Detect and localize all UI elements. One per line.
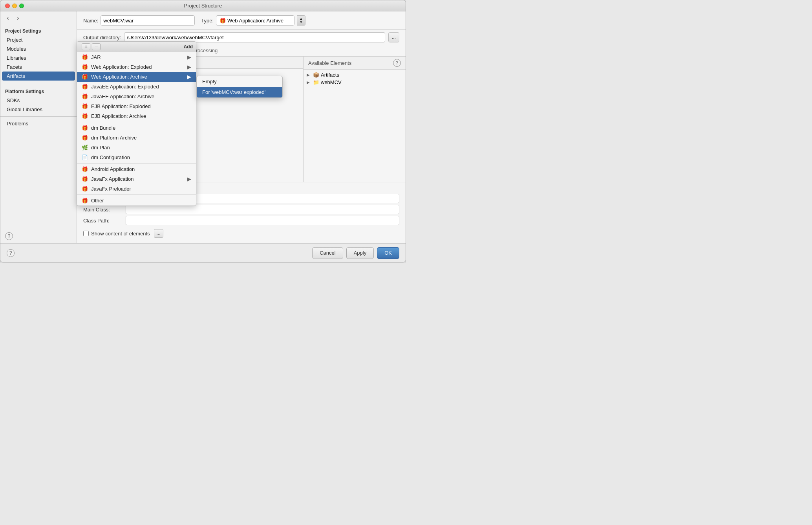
available-panel: Available Elements ? ▶ 📦 Artifacts ▶ 📁 w… <box>304 57 406 182</box>
maximize-button[interactable] <box>19 4 24 8</box>
dm-platform-icon: 🎁 <box>82 135 88 141</box>
show-content-row: Show content of elements ... <box>83 227 399 240</box>
type-selector-button[interactable]: ▲ ▼ <box>297 15 305 26</box>
dm-bundle-icon: 🎁 <box>82 125 88 131</box>
dropdown-item-jar[interactable]: 🎁 JAR ▶ <box>77 52 196 62</box>
sidebar-item-libraries[interactable]: Libraries <box>2 53 75 62</box>
javafx-preloader-icon: 🎁 <box>82 186 88 192</box>
sidebar-bottom: ? <box>0 229 77 243</box>
name-field-row: Name: <box>83 15 195 26</box>
apply-button[interactable]: Apply <box>346 247 374 259</box>
sub-popup-item-empty[interactable]: Empty <box>197 76 282 87</box>
web-archive-icon: 🎁 <box>82 74 88 80</box>
javaee-archive-icon: 🎁 <box>82 94 88 99</box>
artifact-header: Name: Type: 🎁 Web Application: Archive ▲… <box>77 11 406 30</box>
sidebar-item-sdks[interactable]: SDKs <box>2 96 75 105</box>
available-item-artifacts[interactable]: ▶ 📦 Artifacts <box>304 71 406 79</box>
sidebar: ‹ › Project Settings Project Modules Lib… <box>0 11 77 243</box>
sidebar-item-project[interactable]: Project <box>2 35 75 44</box>
dropdown-item-javaee-archive[interactable]: 🎁 JavaEE Application: Archive <box>77 92 196 101</box>
javaee-exploded-icon: 🎁 <box>82 84 88 90</box>
sidebar-nav: ‹ › <box>0 11 77 25</box>
close-button[interactable] <box>5 4 10 8</box>
dropdown-item-dm-bundle[interactable]: 🎁 dm Bundle <box>77 123 196 133</box>
sidebar-item-artifacts[interactable]: Artifacts <box>2 72 75 81</box>
dropdown-item-dm-platform[interactable]: 🎁 dm Platform Archive <box>77 133 196 143</box>
folder-icon: 📁 <box>313 79 319 85</box>
dropdown-item-label: JAR <box>91 54 101 60</box>
dropdown-item-javaee-exploded[interactable]: 🎁 JavaEE Application: Exploded <box>77 82 196 92</box>
show-content-ellipsis-btn[interactable]: ... <box>154 229 163 238</box>
output-dir-label: Output directory: <box>83 35 121 40</box>
name-input[interactable] <box>101 15 195 26</box>
dropdown-item-ejb-exploded[interactable]: 🎁 EJB Application: Exploded <box>77 101 196 111</box>
sidebar-item-global-libraries[interactable]: Global Libraries <box>2 105 75 114</box>
class-path-input[interactable] <box>126 216 399 225</box>
dropdown-item-label: JavaEE Application: Exploded <box>91 84 159 90</box>
dropdown-item-label: JavaFx Application <box>91 176 134 182</box>
dropdown-remove-btn[interactable]: − <box>92 43 101 50</box>
dropdown-item-javafx-preloader[interactable]: 🎁 JavaFx Preloader <box>77 184 196 194</box>
window-body: ‹ › Project Settings Project Modules Lib… <box>0 11 406 243</box>
other-icon: 🎁 <box>82 198 88 204</box>
show-content-checkbox[interactable] <box>83 231 89 236</box>
available-header: Available Elements ? <box>304 57 406 70</box>
sidebar-item-problems[interactable]: Problems <box>2 119 75 128</box>
project-settings-label: Project Settings <box>0 25 77 35</box>
dropdown-item-android[interactable]: 🎁 Android Application <box>77 164 196 174</box>
dropdown-item-label: Web Application: Exploded <box>91 64 152 70</box>
dropdown-item-web-exploded[interactable]: 🎁 Web Application: Exploded ▶ <box>77 62 196 72</box>
arrow-icon: ▶ <box>187 54 191 60</box>
available-elements-title: Available Elements <box>308 60 351 66</box>
dropdown-item-web-archive[interactable]: 🎁 Web Application: Archive ▶ <box>77 72 196 82</box>
available-item-label: webMCV <box>321 79 342 85</box>
bottom-left: ? <box>7 249 309 257</box>
type-label: Type: <box>201 18 214 24</box>
dropdown-item-label: dm Configuration <box>91 154 130 160</box>
type-field-row: Type: 🎁 Web Application: Archive ▲ ▼ <box>201 15 305 26</box>
dropdown-item-other[interactable]: 🎁 Other <box>77 196 196 206</box>
dropdown-header-btns: + − <box>82 43 101 50</box>
main-class-input[interactable] <box>126 205 399 214</box>
dropdown-item-label: EJB Application: Exploded <box>91 103 151 109</box>
minimize-button[interactable] <box>12 4 17 8</box>
type-display: 🎁 Web Application: Archive <box>216 15 294 26</box>
dropdown-item-dm-plan[interactable]: 🌿 dm Plan <box>77 143 196 152</box>
dropdown-item-label: JavaEE Application: Archive <box>91 94 154 99</box>
web-exploded-icon: 🎁 <box>82 64 88 70</box>
dropdown-header-title: Add <box>184 44 193 50</box>
add-dropdown-menu: + − Add 🎁 JAR ▶ 🎁 Web Application: Explo… <box>77 41 196 206</box>
class-path-row: Class Path: <box>83 216 399 225</box>
sidebar-item-facets[interactable]: Facets <box>2 62 75 72</box>
dropdown-item-label: EJB Application: Archive <box>91 113 146 119</box>
browse-button[interactable]: ... <box>388 32 399 42</box>
dropdown-item-label: dm Bundle <box>91 125 115 131</box>
dropdown-item-javafx-app[interactable]: 🎁 JavaFx Application ▶ <box>77 174 196 184</box>
help-button[interactable]: ? <box>5 232 13 240</box>
forward-button[interactable]: › <box>14 14 22 22</box>
arrow-icon: ▶ <box>187 176 191 182</box>
sub-popup-item-for-exploded[interactable]: For 'webMCV:war exploded' <box>197 87 282 97</box>
class-path-label: Class Path: <box>83 218 123 224</box>
name-label: Name: <box>83 18 98 24</box>
dropdown-add-btn[interactable]: + <box>82 43 90 50</box>
back-button[interactable]: ‹ <box>4 14 12 22</box>
ok-button[interactable]: OK <box>377 247 399 259</box>
bottom-bar: ? Cancel Apply OK <box>0 243 406 262</box>
dropdown-item-label: dm Platform Archive <box>91 135 137 141</box>
window-title: Project Structure <box>184 3 222 9</box>
dropdown-item-label: Android Application <box>91 166 135 172</box>
ejb-archive-icon: 🎁 <box>82 113 88 119</box>
dropdown-item-label: Other <box>91 198 104 204</box>
available-item-label: Artifacts <box>321 72 339 78</box>
cancel-button[interactable]: Cancel <box>312 247 343 259</box>
dropdown-item-ejb-archive[interactable]: 🎁 EJB Application: Archive <box>77 111 196 121</box>
android-icon: 🎁 <box>82 166 88 172</box>
dropdown-item-label: dm Plan <box>91 145 110 151</box>
available-item-webmvc[interactable]: ▶ 📁 webMCV <box>304 79 406 86</box>
help-bottom-button[interactable]: ? <box>7 249 15 257</box>
dropdown-item-dm-config[interactable]: 📄 dm Configuration <box>77 152 196 162</box>
sidebar-item-modules[interactable]: Modules <box>2 44 75 53</box>
dm-config-icon: 📄 <box>82 154 88 160</box>
available-help-btn[interactable]: ? <box>393 59 401 67</box>
